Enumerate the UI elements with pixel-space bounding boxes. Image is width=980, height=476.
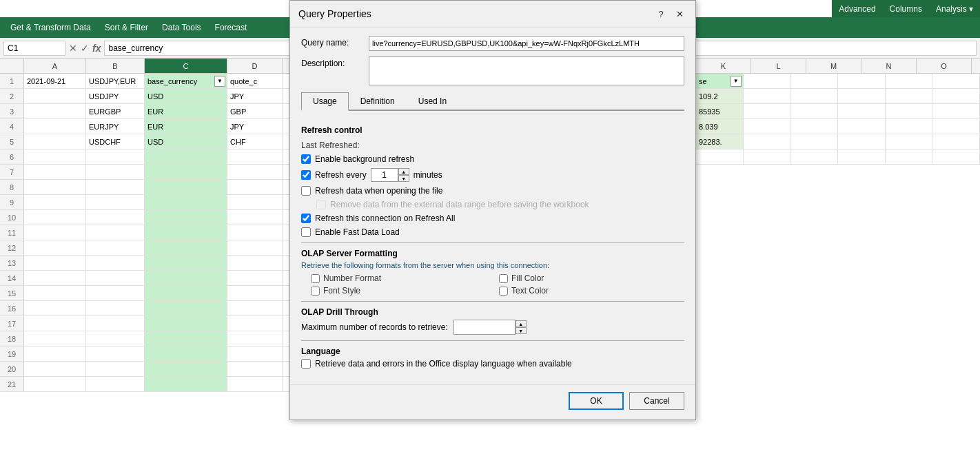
ok-button[interactable]: OK [569, 392, 624, 410]
cell-l-2[interactable] [744, 89, 791, 103]
cell-c-14[interactable] [145, 271, 227, 285]
cell-o-6[interactable] [886, 149, 933, 164]
cell-a-12[interactable] [24, 240, 86, 255]
cell-b-17[interactable] [86, 316, 145, 331]
cell-b-5[interactable]: USDCHF [86, 134, 145, 149]
cell-d-14[interactable] [227, 271, 283, 285]
k-cell-dropdown[interactable]: ▼ [731, 76, 742, 87]
cell-k-4[interactable]: 8.039 [696, 119, 744, 134]
cell-d-20[interactable] [227, 362, 283, 376]
cell-c-8[interactable] [145, 180, 227, 194]
cell-c-2[interactable]: USD [145, 89, 227, 103]
cell-b-11[interactable] [86, 225, 145, 240]
col-header-c[interactable]: C [145, 59, 227, 73]
col-header-p[interactable]: P [972, 59, 980, 73]
cell-c-11[interactable] [145, 225, 227, 240]
remove-data-checkbox[interactable] [316, 200, 326, 209]
cell-c-3[interactable]: EUR [145, 104, 227, 118]
col-header-k[interactable]: K [696, 59, 751, 73]
fx-icon[interactable]: fx [92, 43, 101, 54]
cell-c-19[interactable] [145, 346, 227, 361]
tab-usage[interactable]: Usage [301, 92, 349, 111]
cell-a-4[interactable] [24, 119, 86, 134]
cell-d-3[interactable]: GBP [227, 104, 283, 118]
cell-l-5[interactable] [744, 134, 791, 149]
cell-n-4[interactable] [838, 119, 886, 134]
description-input[interactable] [369, 56, 684, 85]
cell-a-2[interactable] [24, 89, 86, 103]
cell-a-15[interactable] [24, 286, 86, 300]
cell-d-15[interactable] [227, 286, 283, 300]
cell-c-7[interactable] [145, 165, 227, 179]
cell-n-2[interactable] [838, 89, 886, 103]
cell-b-13[interactable] [86, 256, 145, 270]
cell-d-12[interactable] [227, 240, 283, 255]
spinner-up[interactable]: ▲ [398, 168, 409, 175]
cell-b-12[interactable] [86, 240, 145, 255]
refresh-all-checkbox[interactable] [301, 214, 311, 223]
cell-a-11[interactable] [24, 225, 86, 240]
cell-d-2[interactable]: JPY [227, 89, 283, 103]
cell-k-6[interactable] [696, 149, 744, 164]
cell-d-10[interactable] [227, 210, 283, 225]
cell-c-18[interactable] [145, 331, 227, 346]
cell-a-14[interactable] [24, 271, 86, 285]
cell-p-6[interactable] [932, 149, 980, 164]
col-header-d[interactable]: D [227, 59, 283, 73]
cell-a-5[interactable] [24, 134, 86, 149]
cell-c-20[interactable] [145, 362, 227, 376]
enable-bg-refresh-checkbox[interactable] [301, 154, 311, 164]
tab-definition[interactable]: Definition [349, 92, 407, 111]
cell-b-14[interactable] [86, 271, 145, 285]
cell-c-6[interactable] [145, 149, 227, 164]
cell-a-18[interactable] [24, 331, 86, 346]
cell-a-17[interactable] [24, 316, 86, 331]
cell-c-1[interactable]: base_currency▼ [145, 74, 227, 88]
cancel-button[interactable]: Cancel [629, 392, 684, 410]
cell-m-4[interactable] [790, 119, 838, 134]
cell-b-15[interactable] [86, 286, 145, 300]
fast-load-checkbox[interactable] [301, 227, 311, 237]
text-color-checkbox[interactable] [499, 287, 508, 296]
cell-a-13[interactable] [24, 256, 86, 270]
cell-n-5[interactable] [838, 134, 886, 149]
cell-b-4[interactable]: EURJPY [86, 119, 145, 134]
dialog-close-button[interactable]: ✕ [672, 6, 687, 21]
cell-b-2[interactable]: USDJPY [86, 89, 145, 103]
cell-l-3[interactable] [744, 104, 791, 118]
cell-p-1[interactable] [932, 74, 980, 88]
cell-k-2[interactable]: 109.2 [696, 89, 744, 103]
cell-c-10[interactable] [145, 210, 227, 225]
cell-k-1[interactable]: se▼ [696, 74, 744, 88]
cell-p-4[interactable] [932, 119, 980, 134]
cell-b-21[interactable] [86, 377, 145, 391]
refresh-every-value[interactable] [371, 168, 398, 182]
cell-d-11[interactable] [227, 225, 283, 240]
cell-c-13[interactable] [145, 256, 227, 270]
cell-d-1[interactable]: quote_c [227, 74, 283, 88]
cell-l-6[interactable] [744, 149, 791, 164]
cell-d-16[interactable] [227, 301, 283, 315]
max-records-input[interactable] [453, 320, 515, 335]
cell-l-1[interactable] [744, 74, 791, 88]
language-retrieve-checkbox[interactable] [301, 359, 311, 369]
cell-a-19[interactable] [24, 346, 86, 361]
cell-p-3[interactable] [932, 104, 980, 118]
cell-o-5[interactable] [886, 134, 933, 149]
cell-m-1[interactable] [790, 74, 838, 88]
cell-n-3[interactable] [838, 104, 886, 118]
cell-b-18[interactable] [86, 331, 145, 346]
cell-b-1[interactable]: USDJPY,EUR [86, 74, 145, 88]
cell-d-9[interactable] [227, 195, 283, 209]
tab-used-in[interactable]: Used In [407, 92, 458, 111]
cell-d-5[interactable]: CHF [227, 134, 283, 149]
cell-c-4[interactable]: EUR [145, 119, 227, 134]
cell-d-8[interactable] [227, 180, 283, 194]
refresh-every-checkbox[interactable] [301, 170, 311, 180]
cell-b-9[interactable] [86, 195, 145, 209]
cell-a-21[interactable] [24, 377, 86, 391]
cell-c-9[interactable] [145, 195, 227, 209]
cell-d-13[interactable] [227, 256, 283, 270]
cell-dropdown[interactable]: ▼ [214, 76, 225, 87]
cell-a-10[interactable] [24, 210, 86, 225]
